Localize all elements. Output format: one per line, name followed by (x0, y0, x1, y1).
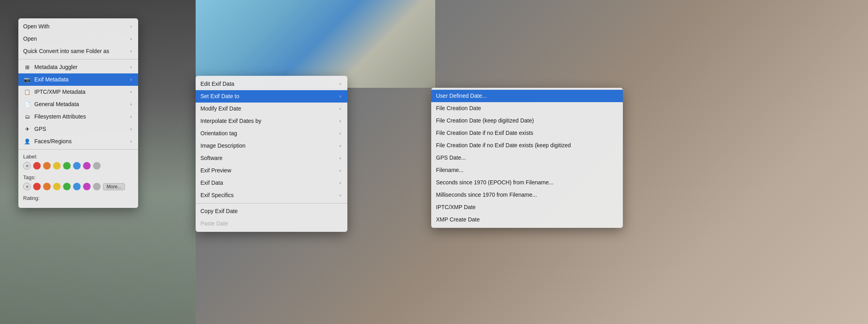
menu-item-file-creation-date[interactable]: File Creation Date (431, 102, 623, 115)
menu-item-software[interactable]: Software › (196, 152, 347, 164)
tag-color-yellow[interactable] (53, 183, 61, 190)
arrow-icon: › (130, 101, 132, 108)
folder-icon: 🗂 (23, 113, 31, 121)
menu-item-xmp-create-date[interactable]: XMP Create Date (431, 213, 623, 226)
arrow-icon: › (339, 167, 341, 174)
menu-item-copy-exif-date[interactable]: Copy Exif Date (196, 205, 347, 217)
menu-item-interpolate-exif[interactable]: Interpolate Exif Dates by › (196, 115, 347, 127)
label-section: Label: ⊗ (18, 151, 138, 172)
menu-item-file-creation-no-exif[interactable]: File Creation Date if no Exif Date exist… (431, 127, 623, 139)
arrow-icon: › (130, 126, 132, 132)
arrow-icon: › (339, 130, 341, 137)
arrow-icon: › (339, 155, 341, 162)
label-color-purple[interactable] (83, 162, 91, 170)
arrow-icon: › (130, 36, 132, 42)
tag-color-x[interactable]: ⊗ (23, 183, 31, 190)
menu-item-exif-specifics[interactable]: Exif Specifics › (196, 189, 347, 202)
rating-title: Rating: (23, 195, 133, 201)
menu-item-image-description[interactable]: Image Description › (196, 140, 347, 152)
arrow-icon: › (339, 192, 341, 199)
arrow-icon: › (339, 118, 341, 124)
label-color-blue[interactable] (73, 162, 81, 170)
menu-item-edit-exif[interactable]: Edit Exif Data › (196, 78, 347, 90)
arrow-icon: › (339, 142, 341, 149)
document-icon: 📄 (23, 101, 31, 109)
menu-item-milliseconds-since-1970[interactable]: Milliseconds since 1970 from Filename... (431, 189, 623, 201)
menu-item-iptc-xmp-date[interactable]: IPTC/XMP Date (431, 201, 623, 213)
tags-title: Tags: (23, 174, 133, 180)
menu-item-orientation-tag[interactable]: Orientation tag › (196, 127, 347, 140)
clipboard-icon: 📋 (23, 88, 31, 96)
menu-item-user-defined-date[interactable]: User Defined Date... (431, 90, 623, 102)
label-color-orange[interactable] (43, 162, 51, 170)
menu-item-gps-date[interactable]: GPS Date... (431, 152, 623, 164)
menu-item-filesystem-attrs[interactable]: 🗂 Filesystem Attributes › (18, 111, 138, 123)
rating-section: Rating: (18, 193, 138, 206)
menu-item-filename[interactable]: Filename... (431, 164, 623, 176)
context-menu-exif: Edit Exif Data › Set Exif Date to › Modi… (196, 76, 347, 232)
arrow-icon: › (339, 81, 341, 87)
label-color-x[interactable]: ⊗ (23, 162, 31, 170)
tag-color-blue[interactable] (73, 183, 81, 190)
context-menu-main: Open With › Open › Quick Convert into sa… (18, 18, 138, 208)
arrow-icon: › (130, 64, 132, 71)
tag-color-orange[interactable] (43, 183, 51, 190)
tag-color-green[interactable] (63, 183, 71, 190)
menu-item-modify-exif-date[interactable]: Modify Exif Date › (196, 103, 347, 115)
label-color-green[interactable] (63, 162, 71, 170)
label-color-dots: ⊗ (23, 162, 133, 170)
label-color-red[interactable] (33, 162, 41, 170)
arrow-icon: › (339, 105, 341, 112)
arrow-icon: › (130, 76, 132, 83)
tag-color-gray[interactable] (93, 183, 101, 190)
separator (18, 59, 138, 59)
arrow-icon: › (130, 138, 132, 145)
menu-item-seconds-since-1970[interactable]: Seconds since 1970 (EPOCH) from Filename… (431, 176, 623, 189)
label-color-gray[interactable] (93, 162, 101, 170)
menu-item-exif-preview[interactable]: Exif Preview › (196, 164, 347, 177)
label-title: Label: (23, 154, 133, 160)
tag-color-red[interactable] (33, 183, 41, 190)
tag-color-purple[interactable] (83, 183, 91, 190)
tags-more-button[interactable]: More... (103, 183, 125, 190)
menu-item-paste-date[interactable]: Paste Date (196, 217, 347, 230)
separator-2 (18, 149, 138, 150)
tags-color-dots: ⊗ More... (23, 183, 133, 190)
arrow-icon: › (130, 48, 132, 55)
person-icon: 👤 (23, 138, 31, 146)
arrow-icon: › (339, 180, 341, 186)
grid-icon: ⊞ (23, 63, 31, 71)
arrow-icon: › (130, 113, 132, 120)
arrow-icon: › (339, 93, 341, 100)
photo-thumbnail-center (196, 0, 435, 88)
menu-item-metadata-juggler[interactable]: ⊞ Metadata Juggler › (18, 61, 138, 73)
menu-item-faces-regions[interactable]: 👤 Faces/Regions › (18, 135, 138, 148)
menu-item-open-with[interactable]: Open With › (18, 20, 138, 33)
menu-item-gps[interactable]: ✈ GPS › (18, 123, 138, 135)
arrow-icon: › (130, 23, 132, 30)
menu-item-exif-metadata[interactable]: 📷 Exif Metadata › (18, 73, 138, 86)
tags-section: Tags: ⊗ More... (18, 172, 138, 193)
menu-item-general-metadata[interactable]: 📄 General Metadata › (18, 98, 138, 111)
context-menu-set-exif-date: User Defined Date... File Creation Date … (431, 88, 623, 228)
camera-icon: 📷 (23, 76, 31, 84)
menu-item-exif-data[interactable]: Exif Data › (196, 177, 347, 189)
separator-exif (196, 203, 347, 203)
arrow-icon: › (130, 89, 132, 95)
plane-icon: ✈ (23, 125, 31, 133)
menu-item-quick-convert[interactable]: Quick Convert into same Folder as › (18, 45, 138, 57)
menu-item-file-creation-keep-digitized[interactable]: File Creation Date (keep digitized Date) (431, 115, 623, 127)
label-color-yellow[interactable] (53, 162, 61, 170)
menu-item-open[interactable]: Open › (18, 33, 138, 45)
menu-item-iptc-xmp[interactable]: 📋 IPTC/XMP Metadata › (18, 86, 138, 98)
menu-item-file-creation-no-exif-keep[interactable]: File Creation Date if no Exif Date exist… (431, 139, 623, 152)
menu-item-set-exif-date[interactable]: Set Exif Date to › (196, 90, 347, 103)
